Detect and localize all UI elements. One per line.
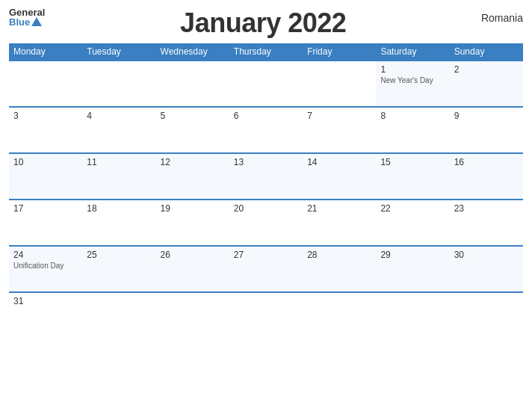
calendar-week-row: 10111213141516 <box>9 153 523 200</box>
day-number: 5 <box>161 111 225 121</box>
calendar-day-cell <box>9 61 82 107</box>
holiday-name: New Year's Day <box>380 76 445 84</box>
day-number: 3 <box>13 111 78 121</box>
calendar-title: January 2022 <box>180 7 346 38</box>
day-number: 2 <box>454 64 519 75</box>
calendar-thead: MondayTuesdayWednesdayThursdayFridaySatu… <box>9 43 523 61</box>
calendar-day-cell <box>376 292 449 339</box>
calendar-day-cell: 26 <box>156 246 229 292</box>
day-number: 29 <box>380 250 445 260</box>
calendar-day-cell: 23 <box>450 200 523 246</box>
calendar-week-row: 3456789 <box>9 107 523 153</box>
calendar-day-cell: 6 <box>229 107 303 153</box>
weekday-header-cell: Monday <box>9 43 82 61</box>
calendar-week-row: 1New Year's Day2 <box>9 61 523 107</box>
calendar-day-cell: 31 <box>9 292 82 339</box>
day-number: 17 <box>13 203 78 214</box>
day-number: 13 <box>234 157 298 167</box>
calendar-week-row: 24Unification Day252627282930 <box>9 246 523 292</box>
calendar-day-cell <box>156 61 229 107</box>
calendar-day-cell: 22 <box>376 200 449 246</box>
calendar-day-cell <box>303 292 376 339</box>
day-number: 16 <box>454 157 519 167</box>
day-number: 26 <box>161 250 225 260</box>
day-number: 18 <box>87 203 151 214</box>
day-number: 7 <box>307 111 371 121</box>
day-number: 25 <box>87 250 151 260</box>
calendar-day-cell <box>303 61 376 107</box>
day-number: 24 <box>13 250 78 260</box>
day-number: 19 <box>161 203 225 214</box>
calendar-day-cell: 9 <box>450 107 523 153</box>
calendar-day-cell: 29 <box>376 246 449 292</box>
day-number: 6 <box>234 111 298 121</box>
day-number: 28 <box>307 250 371 260</box>
calendar-day-cell: 13 <box>229 153 303 200</box>
calendar-container: General Blue January 2022 Romania Monday… <box>0 0 532 411</box>
weekday-header-cell: Thursday <box>229 43 303 61</box>
day-number: 10 <box>13 157 78 167</box>
weekday-header-cell: Wednesday <box>156 43 229 61</box>
holiday-name: Unification Day <box>13 262 78 270</box>
day-number: 14 <box>307 157 371 167</box>
calendar-day-cell: 18 <box>82 200 155 246</box>
calendar-day-cell: 7 <box>303 107 376 153</box>
calendar-day-cell: 27 <box>229 246 303 292</box>
logo-triangle-icon <box>31 17 42 26</box>
calendar-day-cell: 5 <box>156 107 229 153</box>
calendar-day-cell <box>229 61 303 107</box>
calendar-day-cell: 14 <box>303 153 376 200</box>
calendar-header: General Blue January 2022 Romania <box>9 7 523 39</box>
day-number: 9 <box>454 111 519 121</box>
day-number: 4 <box>87 111 151 121</box>
day-number: 21 <box>307 203 371 214</box>
calendar-week-row: 17181920212223 <box>9 200 523 246</box>
calendar-day-cell: 19 <box>156 200 229 246</box>
calendar-day-cell <box>82 292 155 339</box>
calendar-day-cell: 28 <box>303 246 376 292</box>
day-number: 12 <box>161 157 225 167</box>
calendar-day-cell: 25 <box>82 246 155 292</box>
calendar-day-cell: 11 <box>82 153 155 200</box>
calendar-day-cell: 2 <box>450 61 523 107</box>
calendar-body: 1New Year's Day2345678910111213141516171… <box>9 61 523 339</box>
calendar-day-cell: 17 <box>9 200 82 246</box>
calendar-day-cell: 4 <box>82 107 155 153</box>
calendar-day-cell: 1New Year's Day <box>376 61 449 107</box>
calendar-day-cell: 16 <box>450 153 523 200</box>
calendar-day-cell <box>229 292 303 339</box>
calendar-day-cell: 8 <box>376 107 449 153</box>
calendar-day-cell <box>82 61 155 107</box>
calendar-day-cell: 24Unification Day <box>9 246 82 292</box>
calendar-table: MondayTuesdayWednesdayThursdayFridaySatu… <box>9 43 523 339</box>
day-number: 31 <box>13 296 78 306</box>
day-number: 22 <box>380 203 445 214</box>
calendar-day-cell: 30 <box>450 246 523 292</box>
calendar-day-cell: 21 <box>303 200 376 246</box>
weekday-header-cell: Saturday <box>376 43 449 61</box>
day-number: 1 <box>380 64 445 75</box>
logo-blue-text: Blue <box>9 17 30 27</box>
country-label: Romania <box>481 7 523 24</box>
calendar-day-cell <box>156 292 229 339</box>
weekday-header-cell: Tuesday <box>82 43 155 61</box>
day-number: 30 <box>454 250 519 260</box>
weekday-header-row: MondayTuesdayWednesdayThursdayFridaySatu… <box>9 43 523 61</box>
calendar-day-cell: 15 <box>376 153 449 200</box>
logo: General Blue <box>9 7 45 27</box>
weekday-header-cell: Friday <box>303 43 376 61</box>
day-number: 23 <box>454 203 519 214</box>
title-area: January 2022 <box>45 7 481 39</box>
day-number: 15 <box>380 157 445 167</box>
day-number: 8 <box>380 111 445 121</box>
day-number: 20 <box>234 203 298 214</box>
day-number: 27 <box>234 250 298 260</box>
calendar-day-cell: 20 <box>229 200 303 246</box>
calendar-day-cell: 3 <box>9 107 82 153</box>
calendar-week-row: 31 <box>9 292 523 339</box>
calendar-day-cell <box>450 292 523 339</box>
calendar-day-cell: 10 <box>9 153 82 200</box>
weekday-header-cell: Sunday <box>450 43 523 61</box>
calendar-day-cell: 12 <box>156 153 229 200</box>
day-number: 11 <box>87 157 151 167</box>
